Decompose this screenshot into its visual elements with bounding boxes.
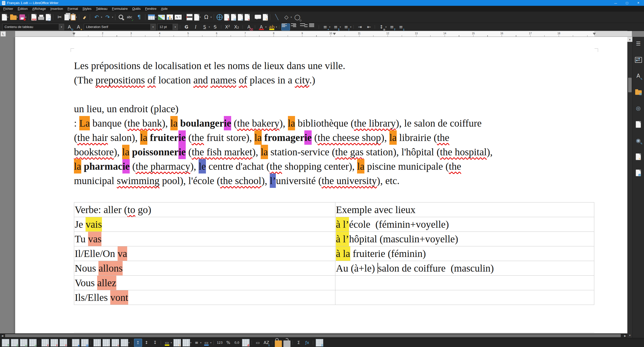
basic-shapes-button[interactable]: ◇▾ — [282, 12, 292, 22]
table-properties-button[interactable]: ≣ — [315, 339, 324, 347]
dropdown-arrow-icon[interactable]: ▾ — [291, 16, 292, 18]
chevron-down-icon[interactable]: ▾ — [173, 24, 178, 30]
tab-stop-selector[interactable]: L — [1, 31, 6, 37]
delete-table-button[interactable]: ✕ — [59, 339, 68, 347]
chevron-down-icon[interactable]: ▾ — [59, 24, 64, 30]
table-cell-example[interactable]: à l’école (féminin+voyelle) — [335, 217, 594, 232]
insert-hyperlink-button[interactable] — [216, 12, 223, 22]
update-style-button[interactable]: A↻ — [65, 23, 74, 31]
left-indent-marker[interactable] — [72, 33, 75, 35]
undo-button[interactable]: ↶▾ — [92, 12, 103, 22]
page-panel-button[interactable] — [636, 120, 641, 129]
table-cell-verb[interactable]: Nous allons — [74, 261, 335, 275]
properties-panel-button[interactable] — [635, 55, 642, 65]
dropdown-arrow-icon[interactable]: ▾ — [155, 16, 156, 18]
split-cells-button[interactable]: ⇆ — [102, 339, 111, 347]
percent-format-button[interactable]: % — [224, 339, 232, 347]
dropdown-arrow-icon[interactable]: ▾ — [210, 341, 211, 344]
paragraph-style-select[interactable]: Contenu de tableau ▾ — [2, 24, 64, 30]
menu-item[interactable]: Affichage — [30, 6, 48, 11]
subscript-button[interactable]: X₂ — [232, 23, 241, 31]
sort-button[interactable]: AZ↓ — [262, 339, 271, 347]
delete-column-button[interactable]: ✕ — [50, 339, 59, 347]
style-inspector-panel-button[interactable]: ◉✎ — [634, 136, 642, 145]
dropdown-arrow-icon[interactable]: ▾ — [200, 16, 201, 18]
cut-button[interactable]: ✂ — [55, 12, 64, 22]
table-styles-button[interactable]: ✎ — [173, 339, 181, 347]
insert-column-after-button[interactable]: → — [29, 339, 37, 347]
paragraph-line[interactable]: la pharmacie (the pharmacy), le centre d… — [74, 159, 594, 174]
new-style-button[interactable]: A✶ — [74, 23, 83, 31]
dropdown-arrow-icon[interactable]: ▾ — [190, 341, 192, 344]
bold-button[interactable]: G — [182, 23, 191, 31]
menu-item[interactable]: Insertion — [48, 6, 65, 11]
insert-line-button[interactable]: ╲ — [272, 12, 281, 22]
gallery-panel-button[interactable]: ▦ — [635, 87, 642, 97]
dropdown-arrow-icon[interactable]: ▾ — [128, 341, 130, 344]
dropdown-arrow-icon[interactable]: ▾ — [171, 341, 172, 344]
split-table-button[interactable]: ═ — [111, 339, 120, 347]
clear-formatting-button[interactable]: A⌫ — [245, 23, 253, 31]
empty-line[interactable] — [74, 188, 594, 202]
print-preview-button[interactable]: ◯ — [45, 12, 51, 22]
number-format-button[interactable]: 123 — [216, 339, 224, 347]
optimize-size-button[interactable]: ↔▾ — [120, 339, 130, 347]
number-format-dialog-button[interactable]: # — [241, 339, 250, 347]
insert-textbox-button[interactable] — [174, 12, 182, 22]
dropdown-arrow-icon[interactable]: ▾ — [350, 26, 352, 28]
print-button[interactable] — [38, 12, 45, 22]
menu-item[interactable]: Format — [65, 6, 80, 11]
document-title-line-fr[interactable]: Les prépositions de localisation et les … — [74, 59, 594, 73]
sum-button[interactable]: Σ — [295, 339, 303, 347]
decimal-format-button[interactable]: 0,0 — [233, 339, 241, 347]
select-cell-button[interactable]: ▪ — [71, 339, 80, 347]
delete-row-button[interactable]: ✕ — [41, 339, 49, 347]
paragraph-line[interactable]: : La banque (the bank), la boulangerie (… — [74, 116, 594, 130]
table-cell-verb[interactable]: Ils/Elles vont — [74, 290, 335, 305]
highlight-color-button[interactable]: ab▾ — [267, 23, 278, 31]
align-center-button[interactable] — [290, 23, 299, 31]
border-style-button[interactable]: ≡▾ — [193, 339, 202, 347]
horizontal-scrollbar[interactable]: ◀ ▶ — [0, 333, 627, 338]
paragraph-line[interactable]: bookstore), la poissonnerie (the fish ma… — [74, 145, 594, 159]
new-document-button[interactable]: ▾ — [1, 12, 9, 22]
table-cell-verb[interactable]: Tu vas — [74, 232, 335, 246]
sidebar-menu-button[interactable]: ☰ — [634, 39, 642, 48]
insert-field-button[interactable]: ▾▾ — [194, 12, 201, 22]
insert-endnote-button[interactable]: [i] — [230, 12, 237, 22]
vertical-scrollbar[interactable]: ▲ ▼ — [627, 37, 632, 338]
menu-item[interactable]: Édition — [15, 6, 30, 11]
accessibility-check-panel-button[interactable]: ☻ — [636, 168, 641, 178]
table-cell-example[interactable] — [335, 290, 594, 305]
decrease-paragraph-spacing-button[interactable]: ≡↓ — [397, 23, 405, 31]
styles-panel-button[interactable]: A✎ — [634, 71, 642, 81]
strikethrough-button[interactable]: S — [211, 23, 220, 31]
table-cell-verb[interactable]: Verbe: aller (to go) — [74, 203, 335, 217]
clone-formatting-button[interactable] — [81, 12, 88, 22]
dropdown-arrow-icon[interactable]: ▾ — [385, 26, 387, 28]
menu-item[interactable]: Fichier — [1, 6, 15, 11]
dropdown-arrow-icon[interactable]: ▾ — [210, 16, 212, 18]
decrease-indent-button[interactable]: ⇤ — [365, 23, 373, 31]
insert-chart-button[interactable] — [166, 12, 174, 22]
merge-cells-button[interactable]: ⇉ — [93, 339, 101, 347]
horizontal-scrollbar-thumb[interactable] — [5, 334, 621, 337]
dropdown-arrow-icon[interactable]: ▾ — [329, 26, 331, 28]
manage-changes-panel-button[interactable]: ✎ — [636, 152, 641, 161]
unprotect-cells-button[interactable] — [283, 339, 291, 347]
center-vertically-button[interactable]: ↕ — [143, 339, 151, 347]
menu-item[interactable]: Styles — [80, 6, 94, 11]
table-cell-example[interactable]: Au (à+le) salon de coiffure (masculin) — [335, 261, 594, 275]
dropdown-arrow-icon[interactable]: ▾ — [276, 26, 277, 28]
find-replace-button[interactable]: a — [117, 12, 124, 22]
table-cell-verb[interactable]: Il/Elle/On va — [74, 246, 335, 261]
select-table-button[interactable]: ▦ — [80, 339, 89, 347]
numbered-list-button[interactable]: ≡1▾ — [331, 23, 341, 31]
dropdown-arrow-icon[interactable]: ▾ — [7, 16, 9, 18]
paste-button[interactable]: ▾ — [70, 12, 78, 22]
insert-pagebreak-button[interactable] — [186, 12, 193, 22]
justify-button[interactable] — [309, 23, 317, 31]
align-top-button[interactable]: ↥ — [134, 339, 142, 347]
insert-row-above-button[interactable]: ↑ — [1, 339, 10, 347]
vertical-scrollbar-thumb[interactable] — [628, 78, 632, 92]
